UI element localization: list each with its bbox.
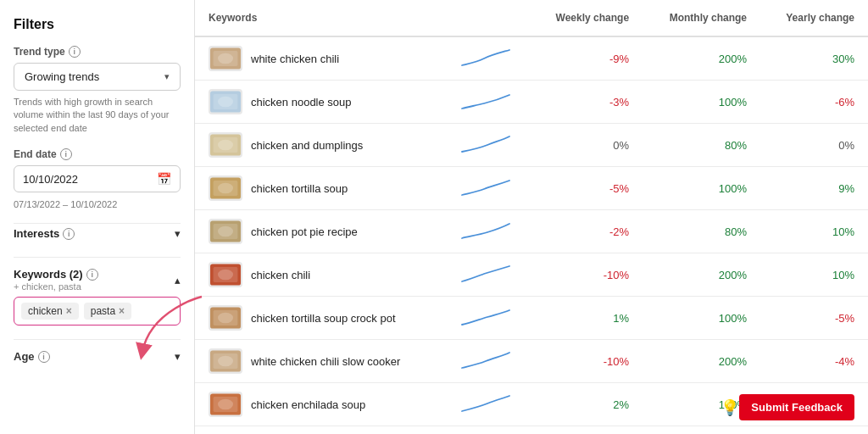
chevron-down-icon: ▾ bbox=[164, 71, 170, 82]
keyword-thumbnail bbox=[209, 89, 242, 114]
sidebar-title: Filters bbox=[14, 17, 181, 32]
col-yearly: Yearly change bbox=[760, 0, 868, 36]
trend-chart bbox=[455, 132, 516, 158]
cell-keyword: chicken enchilada soup bbox=[195, 383, 442, 426]
cell-sparkline bbox=[442, 340, 530, 383]
cell-yearly: 10% bbox=[760, 253, 868, 297]
trend-chart bbox=[455, 262, 516, 287]
cell-yearly: 30% bbox=[760, 36, 868, 81]
cell-sparkline bbox=[442, 253, 530, 297]
col-monthly: Monthly change bbox=[643, 0, 760, 36]
cell-sparkline bbox=[442, 36, 530, 81]
table-row[interactable]: chicken pot pie recipe -2% 80% 10% bbox=[195, 210, 868, 253]
calendar-icon[interactable]: 📅 bbox=[157, 172, 171, 186]
keywords-section: Keywords (2) i + chicken, pasta ▴ chicke… bbox=[14, 257, 181, 326]
sparkline-svg bbox=[460, 348, 511, 374]
main-content: Keywords Weekly change Monthly change Ye… bbox=[195, 0, 868, 434]
cell-weekly: 0% bbox=[530, 124, 643, 167]
submit-feedback-button[interactable]: Submit Feedback bbox=[739, 394, 854, 420]
trend-type-label: Trend type i bbox=[14, 46, 181, 58]
cell-monthly: 100% bbox=[643, 81, 760, 124]
age-chevron-icon: ▾ bbox=[175, 350, 181, 363]
end-date-section: End date i 10/10/2022 📅 07/13/2022 – 10/… bbox=[14, 148, 181, 209]
keyword-thumbnail bbox=[209, 46, 242, 71]
svg-point-5 bbox=[218, 97, 233, 108]
svg-point-11 bbox=[218, 183, 233, 194]
keyword-thumbnail bbox=[209, 175, 242, 201]
tag-chicken-remove[interactable]: × bbox=[66, 306, 72, 316]
thumb-image bbox=[210, 91, 241, 113]
trend-chart bbox=[455, 348, 516, 374]
keywords-label: Keywords (2) i bbox=[14, 268, 98, 281]
interests-section[interactable]: Interests i ▾ bbox=[14, 223, 181, 243]
interests-info-icon[interactable]: i bbox=[63, 228, 75, 240]
cell-sparkline bbox=[442, 383, 530, 426]
keyword-name: chicken tortilla soup bbox=[251, 182, 348, 195]
cell-monthly: 200% bbox=[643, 340, 760, 383]
cell-monthly: 200% bbox=[643, 36, 760, 81]
cell-keyword: chicken tortilla soup crock pot bbox=[195, 297, 442, 340]
date-range: 07/13/2022 – 10/10/2022 bbox=[14, 199, 181, 209]
table-row[interactable]: chicken chili -10% 200% 10% bbox=[195, 253, 868, 297]
sparkline-svg bbox=[460, 132, 511, 158]
cell-monthly: 200% bbox=[643, 253, 760, 297]
cell-weekly: -10% bbox=[530, 340, 643, 383]
age-label: Age i bbox=[14, 350, 50, 363]
table-row[interactable]: chicken noodle soup -3% 100% -6% bbox=[195, 81, 868, 124]
col-keywords: Keywords bbox=[195, 0, 442, 36]
cell-yearly: -5% bbox=[760, 297, 868, 340]
keyword-tag-pasta: pasta × bbox=[84, 303, 131, 320]
date-input[interactable]: 10/10/2022 📅 bbox=[14, 165, 181, 192]
thumb-image bbox=[210, 220, 241, 242]
table-row[interactable]: chicken and dumplings 0% 80% 0% bbox=[195, 124, 868, 167]
table-row[interactable]: chicken tortilla soup -5% 100% 9% bbox=[195, 167, 868, 210]
trend-type-section: Trend type i Growing trends ▾ Trends wit… bbox=[14, 46, 181, 135]
trend-type-info-icon[interactable]: i bbox=[69, 46, 81, 58]
tag-pasta-remove[interactable]: × bbox=[119, 306, 125, 316]
cell-monthly: 100% bbox=[643, 297, 760, 340]
end-date-label: End date i bbox=[14, 148, 181, 160]
cell-monthly: 200% bbox=[643, 426, 760, 435]
keyword-name: chicken enchilada soup bbox=[251, 398, 365, 411]
end-date-info-icon[interactable]: i bbox=[60, 148, 72, 160]
interests-chevron-icon: ▾ bbox=[175, 227, 181, 240]
cell-weekly: -3% bbox=[530, 81, 643, 124]
keywords-info-icon[interactable]: i bbox=[86, 269, 98, 281]
table-row[interactable]: white chicken chili slow cooker -10% 200… bbox=[195, 340, 868, 383]
trend-chart bbox=[455, 175, 516, 201]
cell-weekly: 1% bbox=[530, 297, 643, 340]
cell-yearly: 0% bbox=[760, 124, 868, 167]
cell-yearly: -6% bbox=[760, 81, 868, 124]
cell-keyword: chicken chili bbox=[195, 253, 442, 297]
col-weekly: Weekly change bbox=[530, 0, 643, 36]
keyword-name: white chicken chili slow cooker bbox=[251, 355, 400, 368]
keyword-name: chicken and dumplings bbox=[251, 139, 363, 152]
table-row[interactable]: chicken tortilla soup crock pot 1% 100% … bbox=[195, 297, 868, 340]
sparkline-svg bbox=[460, 392, 511, 417]
cell-yearly: 9% bbox=[760, 167, 868, 210]
cell-monthly: 80% bbox=[643, 210, 760, 253]
thumb-image bbox=[210, 177, 241, 199]
sparkline-svg bbox=[460, 305, 511, 331]
trend-chart bbox=[455, 89, 516, 114]
cell-weekly: -10% bbox=[530, 253, 643, 297]
cell-keyword: white chicken chili slow cooker bbox=[195, 340, 442, 383]
age-info-icon[interactable]: i bbox=[38, 351, 50, 363]
keyword-name: white chicken chili bbox=[251, 53, 339, 65]
thumb-image bbox=[210, 307, 241, 329]
table-row[interactable]: white chicken chili -9% 200% 30% bbox=[195, 36, 868, 81]
thumb-image bbox=[210, 47, 241, 70]
keyword-name: chicken chili bbox=[251, 269, 310, 281]
age-section[interactable]: Age i ▾ bbox=[14, 339, 181, 363]
table-row[interactable]: chicken pot pie soup -2% 200% 20 bbox=[195, 426, 868, 435]
trend-chart bbox=[455, 305, 516, 331]
keyword-thumbnail bbox=[209, 305, 242, 331]
keyword-thumbnail bbox=[209, 219, 242, 244]
lightbulb-icon[interactable]: 💡 bbox=[721, 398, 739, 417]
keyword-tags-container: chicken × pasta × bbox=[14, 297, 181, 326]
keyword-name: chicken pot pie recipe bbox=[251, 225, 358, 238]
svg-point-2 bbox=[218, 53, 233, 64]
trend-description: Trends with high growth in search volume… bbox=[14, 96, 181, 135]
interests-label: Interests i bbox=[14, 227, 75, 240]
trend-type-dropdown[interactable]: Growing trends ▾ bbox=[14, 63, 181, 91]
